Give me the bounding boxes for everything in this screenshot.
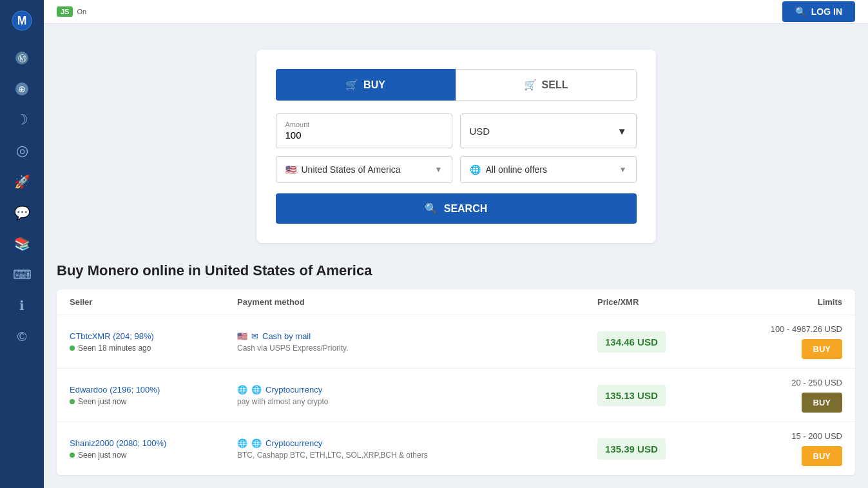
seller-link-3[interactable]: Shaniz2000 (2080; 100%) [70,438,237,448]
limit-high-1: 4967.26 USD [792,324,842,334]
svg-text:⊕: ⊕ [18,84,26,94]
online-dot-2 [70,399,75,404]
limit-low-3: 15 [791,431,800,441]
svg-text:Ⓜ: Ⓜ [18,54,26,63]
search-icon: 🔍 [425,202,438,215]
buy-now-button-3[interactable]: BUY [802,446,842,466]
sidebar-item-terminal[interactable]: ⌨ [9,262,35,288]
limit-high-3: 200 USD [808,431,842,441]
sidebar-item-chat[interactable]: 💬 [9,200,35,226]
listings-section: Buy Monero online in United States of Am… [44,262,868,488]
flag-1: 🇺🇸 [237,331,247,341]
amount-input[interactable] [285,130,443,141]
payment-sub-2: pay with almost any crypto [237,397,597,406]
search-button[interactable]: 🔍 SEARCH [276,193,637,224]
topbar: JS On 🔍 LOG IN [44,0,868,24]
country-flag: 🇺🇸 [285,164,296,175]
limits-text-2: 20 - 250 USD [791,378,842,387]
seller-name-2: Edwardoo [70,385,108,395]
sidebar-item-monero[interactable]: Ⓜ [9,45,35,71]
sidebar-item-rocket[interactable]: 🚀 [9,169,35,195]
limits-text-1: 100 - 4967.26 USD [771,324,842,334]
online-dot-1 [70,346,75,351]
payment-name-3: Cryptocurrency [265,438,322,448]
search-panel: 🛒 BUY 🛒 SELL Amount USD ▼ [256,50,656,243]
sidebar-item-support[interactable]: ◎ [9,138,35,164]
sell-button[interactable]: 🛒 SELL [456,69,637,101]
limits-cell-2: 20 - 250 USD BUY [713,378,842,413]
limits-text-3: 15 - 200 USD [791,431,842,441]
price-badge-3: 135.39 USD [597,438,666,460]
online-dot-3 [70,453,75,458]
seen-text-3: Seen just now [78,451,126,460]
location-row: 🇺🇸 United States of America ▼ 🌐 All onli… [276,156,637,183]
payment-method-2: 🌐 🌐 Cryptocurrency [237,385,597,395]
seller-stats-3: (2080; 100%) [116,438,166,448]
payment-method-3: 🌐 🌐 Cryptocurrency [237,438,597,448]
buy-button[interactable]: 🛒 BUY [276,69,456,101]
svg-text:M: M [17,14,27,27]
sidebar-item-copyright[interactable]: © [9,324,35,349]
flag-3: 🌐 [237,438,247,448]
seller-seen-3: Seen just now [70,451,237,460]
on-label: On [77,8,86,15]
currency-value: USD [470,126,490,137]
listings-table: Seller Payment method Price/XMR Limits C… [57,289,855,475]
seller-seen-1: Seen 18 minutes ago [70,344,237,353]
login-button[interactable]: 🔍 LOG IN [782,1,855,22]
limit-low-1: 100 [771,324,785,334]
payment-icon-3: 🌐 [251,438,262,448]
price-cell-3: 135.39 USD [597,438,713,460]
main-area: JS On 🔍 LOG IN 🛒 BUY 🛒 SELL [44,0,868,488]
offers-value: All online offers [486,164,547,175]
sidebar-item-moon[interactable]: ☽ [9,107,35,133]
column-price: Price/XMR [597,297,713,307]
limits-cell-1: 100 - 4967.26 USD BUY [713,324,842,359]
login-label: LOG IN [811,6,842,17]
seller-seen-2: Seen just now [70,397,237,406]
sidebar-item-books[interactable]: 📚 [9,231,35,257]
sidebar-item-monero-alt[interactable]: ⊕ [9,76,35,102]
search-label: SEARCH [444,203,488,215]
buy-label: BUY [363,79,385,91]
buy-now-button-1[interactable]: BUY [802,339,842,359]
amount-label: Amount [285,121,443,128]
limit-high-2: 250 USD [808,378,842,387]
payment-name-2: Cryptocurrency [265,385,322,395]
js-status: JS On [57,6,86,17]
listings-title: Buy Monero online in United States of Am… [57,262,855,279]
buy-sell-row: 🛒 BUY 🛒 SELL [276,69,637,101]
payment-info-2: 🌐 🌐 Cryptocurrency pay with almost any c… [237,385,597,406]
sidebar-item-info[interactable]: ℹ [9,293,35,318]
payment-sub-1: Cash via USPS Express/Priority. [237,344,597,353]
amount-input-wrap: Amount [276,113,452,148]
payment-info-3: 🌐 🌐 Cryptocurrency BTC, Cashapp BTC, ETH… [237,438,597,460]
offers-chevron-icon: ▼ [619,165,627,174]
sidebar-logo[interactable]: M [8,6,36,35]
price-badge-2: 135.13 USD [597,385,666,406]
limit-low-2: 20 [791,378,800,387]
payment-method-1: 🇺🇸 ✉ Cash by mail [237,331,597,341]
payment-sub-3: BTC, Cashapp BTC, ETH,LTC, SOL,XRP,BCH &… [237,451,597,460]
seller-name-1: CTbtcXMR [70,331,111,341]
country-select[interactable]: 🇺🇸 United States of America ▼ [276,156,452,183]
offers-select[interactable]: 🌐 All online offers ▼ [460,156,637,183]
seller-info-2: Edwardoo (2196; 100%) Seen just now [70,385,237,406]
country-chevron-icon: ▼ [435,165,443,174]
js-badge: JS [57,6,73,17]
sidebar: M Ⓜ ⊕ ☽ ◎ 🚀 💬 📚 ⌨ ℹ © [0,0,44,488]
globe-icon: 🌐 [470,164,481,175]
seller-link-1[interactable]: CTbtcXMR (204; 98%) [70,331,237,341]
payment-name-1: Cash by mail [262,331,311,341]
country-value: United States of America [302,164,401,175]
currency-select[interactable]: USD ▼ [460,113,637,148]
buy-now-button-2[interactable]: BUY [802,393,842,413]
chevron-down-icon: ▼ [617,126,627,137]
sell-cart-icon: 🛒 [524,79,537,91]
seller-stats-1: (204; 98%) [113,331,154,341]
seller-link-2[interactable]: Edwardoo (2196; 100%) [70,385,237,395]
amount-row: Amount USD ▼ [276,113,637,148]
seller-stats-2: (2196; 100%) [110,385,160,395]
seller-info-1: CTbtcXMR (204; 98%) Seen 18 minutes ago [70,331,237,353]
limits-cell-3: 15 - 200 USD BUY [713,431,842,466]
